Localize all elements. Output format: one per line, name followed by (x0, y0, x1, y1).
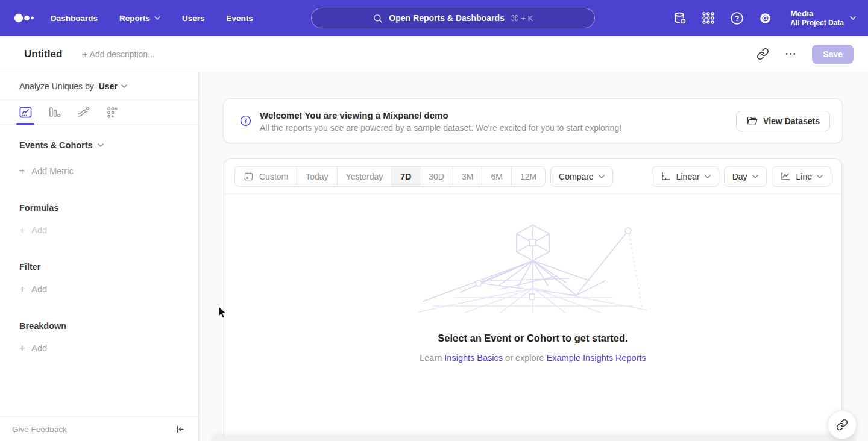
empty-state-illustration (418, 223, 647, 313)
calendar-icon (244, 171, 254, 181)
tab-retention-grid-icon[interactable] (105, 105, 119, 119)
nav-dashboards[interactable]: Dashboards (51, 14, 98, 23)
empty-state-title: Select an Event or Cohort to get started… (224, 333, 841, 344)
filter-heading: Filter (19, 262, 198, 272)
example-reports-link[interactable]: Example Insights Reports (547, 353, 646, 363)
chevron-down-icon (705, 175, 711, 178)
formulas-heading: Formulas (19, 203, 198, 213)
sidebar-footer: Give Feedback (0, 416, 198, 441)
compare-dropdown[interactable]: Compare (550, 166, 613, 187)
link-icon (836, 419, 848, 431)
chart-controls: Custom Today Yesterday 7D 30D 3M 6M 12M … (224, 159, 841, 194)
floating-share-button[interactable] (828, 410, 857, 439)
report-header: Untitled + Add description... Save (0, 36, 868, 72)
report-card: Custom Today Yesterday 7D 30D 3M 6M 12M … (224, 158, 842, 441)
tab-flow-icon[interactable] (76, 105, 90, 119)
analyze-value-dropdown[interactable]: User (99, 81, 127, 91)
nav-reports[interactable]: Reports (119, 14, 160, 23)
apps-grid-icon[interactable] (700, 10, 716, 26)
view-datasets-button[interactable]: View Datasets (736, 111, 830, 131)
date-range-segmented-control: Custom Today Yesterday 7D 30D 3M 6M 12M (234, 166, 546, 187)
linear-axes-icon (660, 170, 671, 182)
chevron-down-icon (752, 175, 758, 178)
analyze-label: Analyze Uniques by (19, 81, 94, 91)
save-button[interactable]: Save (812, 45, 854, 64)
chevron-down-icon (154, 16, 160, 20)
primary-nav: Dashboards Reports Users Events (51, 14, 253, 23)
search-icon (373, 13, 383, 23)
plus-icon: + (19, 166, 25, 177)
top-nav: Dashboards Reports Users Events Open Rep… (0, 0, 868, 36)
breakdown-heading: Breakdown (19, 321, 198, 331)
empty-state-subtitle: Learn Insights Basics or explore Example… (224, 353, 841, 363)
top-nav-right: ? Media All Project Data (672, 9, 856, 28)
plus-icon: + (19, 343, 25, 354)
add-metric-button[interactable]: + Add Metric (19, 166, 198, 177)
bottom-panel-handle[interactable] (211, 435, 857, 441)
empty-state: Select an Event or Cohort to get started… (224, 223, 841, 363)
tab-bar-chart-icon[interactable] (47, 105, 61, 119)
range-today[interactable]: Today (297, 167, 336, 186)
chevron-down-icon (599, 175, 605, 178)
interval-dropdown[interactable]: Day (724, 166, 767, 187)
chevron-down-icon (98, 143, 104, 147)
scale-dropdown[interactable]: Linear (652, 166, 719, 187)
collapse-sidebar-icon[interactable] (175, 424, 185, 434)
data-management-icon[interactable] (672, 10, 688, 26)
events-cohorts-heading[interactable]: Events & Cohorts (19, 140, 198, 150)
selected-tab-indicator (16, 123, 34, 125)
search-placeholder: Open Reports & Dashboards (389, 13, 504, 23)
info-icon: i (239, 114, 252, 127)
settings-gear-icon[interactable] (757, 10, 773, 26)
report-title[interactable]: Untitled (24, 48, 62, 60)
add-filter-button[interactable]: + Add (19, 284, 198, 295)
add-breakdown-button[interactable]: + Add (19, 343, 198, 354)
project-selector[interactable]: Media All Project Data (790, 9, 856, 28)
banner-title: Welcome! You are viewing a Mixpanel demo (260, 109, 621, 122)
range-custom[interactable]: Custom (235, 167, 297, 186)
plus-icon: + (19, 225, 25, 236)
range-3m[interactable]: 3M (453, 167, 482, 186)
plus-icon: + (19, 284, 25, 295)
give-feedback-link[interactable]: Give Feedback (12, 425, 67, 434)
tab-insights-line-icon[interactable] (18, 105, 33, 119)
range-7d[interactable]: 7D (391, 167, 420, 186)
nav-users[interactable]: Users (182, 14, 205, 23)
svg-text:?: ? (734, 14, 739, 22)
range-30d[interactable]: 30D (420, 167, 453, 186)
help-icon[interactable]: ? (729, 10, 744, 26)
nav-events[interactable]: Events (227, 14, 253, 23)
chart-type-dropdown[interactable]: Line (772, 166, 831, 187)
analyze-row: Analyze Uniques by User (0, 72, 198, 100)
report-header-actions: Save (756, 45, 854, 64)
project-name: Media (790, 9, 844, 19)
range-6m[interactable]: 6M (482, 167, 511, 186)
chart-type-tabs (0, 100, 198, 125)
mixpanel-logo-icon[interactable] (13, 12, 36, 24)
insights-basics-link[interactable]: Insights Basics (444, 353, 503, 363)
more-menu-icon[interactable] (785, 48, 796, 60)
search-shortcut: ⌘ + K (511, 13, 533, 23)
add-formula-button[interactable]: + Add (19, 225, 198, 236)
range-yesterday[interactable]: Yesterday (337, 167, 392, 186)
banner-subtitle: All the reports you see are powered by a… (260, 123, 621, 133)
main-content: i Welcome! You are viewing a Mixpanel de… (199, 72, 868, 441)
description-placeholder[interactable]: + Add description... (83, 49, 154, 59)
range-12m[interactable]: 12M (511, 167, 545, 186)
copy-link-icon[interactable] (756, 48, 769, 60)
svg-text:i: i (245, 117, 247, 124)
chevron-down-icon (817, 175, 823, 178)
line-chart-icon (780, 170, 791, 182)
sidebar-sections: Events & Cohorts + Add Metric Formulas +… (0, 140, 198, 354)
chevron-down-icon (850, 16, 856, 20)
project-scope: All Project Data (790, 19, 844, 28)
query-sidebar: Analyze Uniques by User (0, 72, 199, 441)
open-folder-icon (746, 115, 758, 127)
demo-banner: i Welcome! You are viewing a Mixpanel de… (223, 98, 843, 143)
global-search-input[interactable]: Open Reports & Dashboards ⌘ + K (311, 8, 595, 28)
chevron-down-icon (121, 84, 127, 88)
